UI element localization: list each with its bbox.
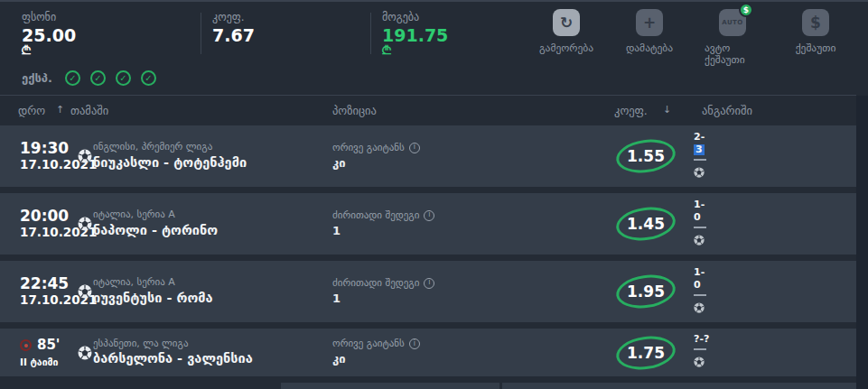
market-name: ორივე გაიტანსi — [332, 143, 609, 153]
match-half: II ტაიმი — [20, 357, 78, 367]
coef-label: კოეფ. — [212, 11, 255, 23]
soccer-ball-icon — [694, 354, 705, 371]
bet-row-live[interactable]: 85' II ტაიმი ესპანეთი, ლა ლიგა ბარსელონა… — [0, 329, 856, 376]
bet-row[interactable]: 19:30 17.10.2021 ინგლისი, პრემიერ ლიგა ნ… — [0, 125, 856, 187]
repeat-icon: ↻ — [553, 9, 580, 36]
start-time: 20:00 — [20, 208, 78, 226]
header-score: ანგარიში — [702, 104, 752, 117]
repeat-button[interactable]: ↻ გამეორება — [525, 9, 608, 54]
match-teams: იუვენტუსი - რომა — [93, 292, 332, 306]
league-name: იტალია, სერია A — [93, 277, 332, 288]
header-time[interactable]: დრო — [18, 104, 45, 117]
position-cell: ძირითადი შედეგიi 1 — [332, 278, 609, 305]
plus-icon: + — [636, 9, 663, 36]
score-underline — [694, 294, 706, 296]
score-cell: 1- 0 — [683, 267, 856, 317]
game-cell: ინგლისი, პრემიერ ლიგა ნიუკასლი - ტოტენჰე… — [93, 142, 332, 170]
match-teams: ბარსელონა - ვალენსია — [93, 352, 332, 366]
stake-label: ფსონი — [22, 11, 76, 23]
soccer-ball-icon — [78, 284, 93, 299]
soccer-ball-icon — [78, 217, 93, 231]
score-underline — [694, 227, 706, 228]
header-game: თამაში — [70, 104, 108, 117]
coef-cell: 1.75 — [609, 338, 683, 367]
win-label: მოგება — [382, 11, 448, 23]
summary-bar: ფსონი 25.00 ₾ კოეფ. 7.67 მოგება 191.75 ₾… — [0, 2, 868, 61]
check-circle-icon: ✓ — [116, 70, 131, 86]
start-time: 22:45 — [20, 275, 78, 293]
info-icon[interactable]: i — [409, 143, 420, 153]
score-cell: ?-? — [683, 334, 856, 371]
coef-cell: 1.95 — [609, 277, 683, 306]
league-name: ინგლისი, პრემიერ ლიგა — [93, 142, 332, 153]
coef-badge: 1.95 — [621, 277, 671, 306]
coef-badge: 1.55 — [621, 142, 671, 171]
repeat-label: გამეორება — [539, 42, 593, 54]
position-cell: ორივე გაიტანსi კი — [332, 143, 609, 170]
win-value: 191.75 — [382, 26, 448, 44]
info-icon[interactable]: i — [409, 338, 420, 349]
add-button[interactable]: + დამატება — [608, 9, 691, 54]
next-row-partial — [281, 383, 499, 389]
pick-value: 1 — [332, 292, 609, 305]
score-underline — [694, 348, 706, 350]
coef-cell: 1.45 — [609, 209, 683, 238]
coef-badge: 1.45 — [621, 209, 671, 238]
score-underline — [694, 159, 706, 161]
table-header: დრო ↑ თამაში პოზიცია კოეფ. ↓ ანგარიში — [0, 96, 856, 125]
soccer-ball-icon — [694, 232, 705, 249]
market-name: ძირითადი შედეგიi — [332, 278, 609, 289]
game-cell: იტალია, სერია A ნაპოლი - ტორინო — [93, 209, 332, 237]
position-cell: ძირითადი შედეგიi 1 — [332, 210, 609, 237]
check-circle-icon: ✓ — [65, 70, 80, 86]
header-coef[interactable]: კოეფ. — [614, 104, 648, 117]
time-cell: 19:30 17.10.2021 — [20, 140, 78, 171]
start-date: 17.10.2021 — [20, 158, 78, 172]
live-indicator-icon — [20, 339, 32, 351]
auto-cashout-label: ავტო ქეშაუთი — [705, 42, 761, 66]
next-row-partial — [502, 383, 856, 389]
pick-value: კი — [332, 157, 609, 170]
soccer-ball-icon — [78, 149, 93, 163]
auto-cashout-icon: AUTO $ — [719, 9, 746, 36]
pick-value: კი — [332, 353, 609, 366]
score-top: 1- — [694, 199, 705, 210]
soccer-ball-icon — [694, 164, 705, 181]
match-teams: ნიუკასლი - ტოტენჰემი — [93, 156, 332, 171]
soccer-ball-icon — [694, 300, 705, 317]
bet-row[interactable]: 22:45 17.10.2021 იტალია, სერია A იუვენტუ… — [0, 261, 856, 322]
market-name: ორივე გაიტანსi — [332, 338, 609, 349]
scrollbar-track[interactable] — [856, 96, 868, 389]
score-cell: 1- 0 — [683, 199, 856, 249]
score-bottom: 0 — [694, 280, 701, 291]
lari-symbol: ₾ — [22, 44, 76, 57]
express-label: ექსპ. — [22, 71, 52, 85]
express-bar: ექსპ. ✓ ✓ ✓ ✓ — [0, 61, 166, 95]
score-bottom-highlighted: 3 — [694, 144, 705, 155]
start-date: 17.10.2021 — [20, 293, 78, 308]
dollar-badge-icon: $ — [739, 3, 753, 17]
market-name: ძირითადი შედეგიi — [332, 210, 609, 221]
sort-down-icon[interactable]: ↓ — [663, 104, 671, 116]
pick-value: 1 — [332, 225, 609, 237]
live-minute: 85' — [37, 338, 60, 353]
score-bottom: 0 — [694, 212, 701, 223]
score-cell: 2- 3 — [683, 132, 856, 181]
score-top: 2- — [694, 132, 705, 143]
auto-cashout-button[interactable]: AUTO $ ავტო ქეშაუთი — [691, 9, 774, 66]
position-cell: ორივე გაიტანსi კი — [332, 338, 609, 366]
stake-summary: ფსონი 25.00 ₾ — [0, 2, 76, 61]
game-cell: ესპანეთი, ლა ლიგა ბარსელონა - ვალენსია — [93, 338, 332, 366]
time-cell: 20:00 17.10.2021 — [20, 208, 78, 239]
cashout-button[interactable]: $ ქეშაუთი — [774, 9, 857, 54]
bet-row[interactable]: 20:00 17.10.2021 იტალია, სერია A ნაპოლი … — [0, 193, 856, 255]
win-summary: მოგება 191.75 ₾ — [371, 2, 448, 61]
coef-badge: 1.75 — [621, 338, 671, 367]
info-icon[interactable]: i — [424, 278, 434, 289]
dollar-icon: $ — [802, 9, 829, 36]
header-position: პოზიცია — [332, 104, 377, 117]
lari-symbol: ₾ — [382, 44, 448, 57]
info-icon[interactable]: i — [424, 210, 434, 221]
check-circle-icon: ✓ — [141, 70, 156, 86]
sort-up-icon[interactable]: ↑ — [56, 104, 64, 116]
